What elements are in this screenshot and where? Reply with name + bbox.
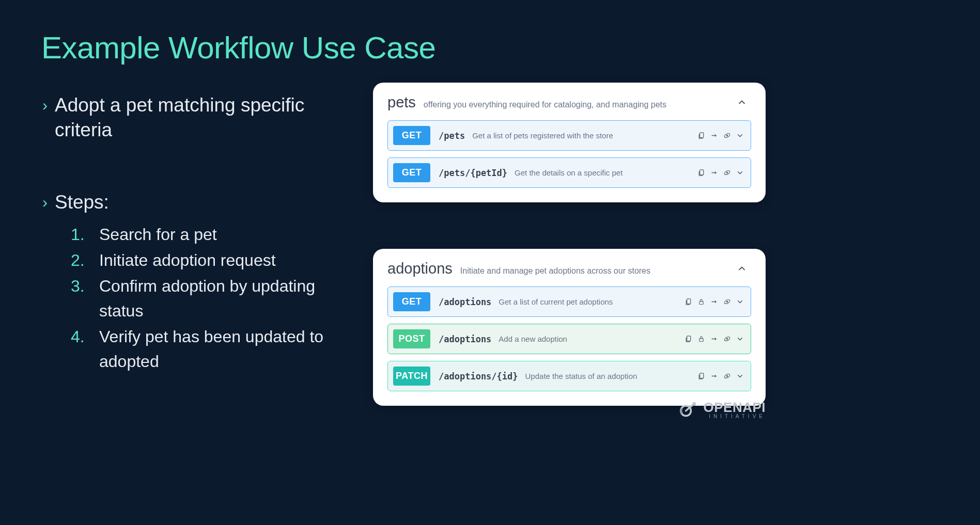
steps-heading-text: Steps: (55, 190, 352, 215)
method-badge: GET (393, 126, 430, 145)
endpoint-actions (697, 131, 744, 140)
clipboard-icon[interactable] (697, 168, 706, 177)
panel-tag-name: pets (387, 94, 416, 111)
intro-text: Adopt a pet matching specific criteria (55, 93, 352, 142)
bullet-steps-heading: › Steps: (42, 190, 352, 215)
svg-point-2 (726, 135, 727, 136)
openapi-logo: OPENAPI INITIATIVE (679, 401, 766, 419)
openapi-logo-icon (679, 402, 698, 418)
panel-tag-name: adoptions (387, 260, 453, 277)
bullet-intro: › Adopt a pet matching specific criteria (42, 93, 352, 142)
slide-title: Example Workflow Use Case (41, 30, 435, 66)
chevron-down-icon[interactable] (736, 335, 744, 343)
chevron-down-icon[interactable] (736, 131, 744, 140)
svg-rect-11 (699, 339, 704, 342)
chevron-up-icon[interactable] (737, 263, 747, 276)
method-badge: GET (393, 163, 430, 182)
method-badge: GET (393, 292, 430, 311)
svg-rect-3 (700, 170, 704, 175)
endpoint-row[interactable]: GET /pets Get a list of pets registered … (387, 120, 751, 151)
step-item: Confirm adoption by updating status (99, 274, 352, 323)
chevron-up-icon[interactable] (737, 97, 747, 109)
svg-rect-14 (700, 373, 704, 378)
panel-header[interactable]: adoptions Initiate and manage pet adopti… (387, 260, 751, 277)
svg-point-13 (726, 338, 727, 339)
endpoint-path: /pets/{petId} (439, 168, 507, 178)
svg-rect-7 (699, 301, 704, 305)
endpoint-row[interactable]: PATCH /adoptions/{id} Update the status … (387, 361, 751, 391)
link-icon[interactable] (723, 297, 732, 306)
endpoint-desc: Get a list of current pet adoptions (499, 297, 613, 306)
panel-header[interactable]: pets offering you everything required fo… (387, 94, 751, 111)
newline-icon[interactable] (710, 335, 719, 343)
endpoint-row[interactable]: POST /adoptions Add a new adoption (387, 324, 751, 354)
endpoint-row[interactable]: GET /adoptions Get a list of current pet… (387, 287, 751, 317)
api-panels-container: pets offering you everything required fo… (373, 83, 766, 406)
endpoint-desc: Add a new adoption (499, 335, 567, 343)
method-badge: POST (393, 329, 430, 348)
panel-tag-desc: offering you everything required for cat… (424, 100, 666, 109)
lock-icon[interactable] (697, 335, 706, 343)
chevron-down-icon[interactable] (736, 168, 744, 177)
endpoint-actions (697, 372, 744, 380)
endpoint-actions (697, 168, 744, 177)
newline-icon[interactable] (710, 168, 719, 177)
newline-icon[interactable] (710, 131, 719, 140)
newline-icon[interactable] (710, 372, 719, 380)
endpoint-path: /adoptions (439, 297, 491, 307)
steps-list: Search for a pet Initiate adoption reque… (42, 222, 352, 374)
chevron-down-icon[interactable] (736, 372, 744, 380)
link-icon[interactable] (723, 168, 732, 177)
step-item: Verify pet has been updated to adopted (99, 324, 352, 374)
endpoint-path: /pets (439, 131, 465, 141)
logo-sub-text: INITIATIVE (703, 414, 766, 419)
api-panel-pets: pets offering you everything required fo… (373, 83, 766, 202)
svg-point-5 (726, 172, 727, 173)
step-item: Search for a pet (99, 222, 352, 247)
method-badge: PATCH (393, 367, 430, 386)
logo-main-text: OPENAPI (703, 401, 766, 414)
newline-icon[interactable] (710, 297, 719, 306)
svg-rect-0 (700, 133, 704, 138)
endpoint-path: /adoptions/{id} (439, 371, 518, 381)
bullet-marker-icon: › (42, 190, 48, 215)
panel-tag-desc: Initiate and manage pet adoptions across… (460, 266, 650, 276)
svg-rect-6 (687, 299, 691, 304)
endpoint-desc: Update the status of an adoption (525, 372, 637, 380)
endpoint-path: /adoptions (439, 334, 491, 344)
svg-point-16 (726, 375, 727, 376)
endpoint-desc: Get the details on a specific pet (515, 168, 623, 177)
link-icon[interactable] (723, 131, 732, 140)
svg-point-18 (693, 402, 696, 406)
link-icon[interactable] (723, 335, 732, 343)
clipboard-icon[interactable] (684, 297, 693, 306)
clipboard-icon[interactable] (697, 372, 706, 380)
link-icon[interactable] (723, 372, 732, 380)
slide-body: › Adopt a pet matching specific criteria… (42, 93, 352, 375)
svg-rect-10 (687, 336, 691, 341)
clipboard-icon[interactable] (684, 335, 693, 343)
api-panel-adoptions: adoptions Initiate and manage pet adopti… (373, 249, 766, 406)
bullet-marker-icon: › (42, 93, 48, 142)
lock-icon[interactable] (697, 297, 706, 306)
step-item: Initiate adoption request (99, 248, 352, 273)
endpoint-desc: Get a list of pets registered with the s… (472, 131, 613, 140)
clipboard-icon[interactable] (697, 131, 706, 140)
endpoint-actions (684, 335, 744, 343)
chevron-down-icon[interactable] (736, 297, 744, 306)
endpoint-actions (684, 297, 744, 306)
endpoint-row[interactable]: GET /pets/{petId} Get the details on a s… (387, 157, 751, 188)
svg-point-9 (726, 301, 727, 302)
